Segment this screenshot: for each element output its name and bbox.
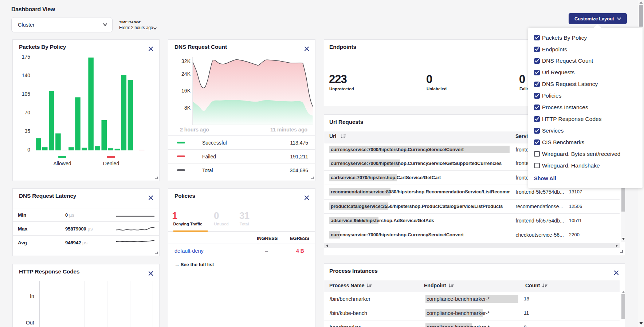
svg-text:2 hours ago: 2 hours ago — [180, 127, 209, 133]
svg-text:Allowed: Allowed — [53, 161, 71, 166]
svg-text:Denied: Denied — [103, 161, 119, 166]
svg-text:0: 0 — [27, 147, 30, 153]
svg-text:11 minutes ago: 11 minutes ago — [270, 127, 307, 133]
svg-text:32K: 32K — [181, 58, 191, 64]
svg-text:16K: 16K — [181, 88, 191, 94]
svg-text:35: 35 — [24, 128, 30, 134]
svg-text:8K: 8K — [184, 105, 191, 111]
svg-text:70: 70 — [24, 110, 30, 115]
svg-text:105: 105 — [22, 91, 31, 97]
svg-text:175: 175 — [22, 54, 31, 60]
svg-text:24K: 24K — [181, 71, 191, 77]
svg-text:140: 140 — [22, 72, 31, 78]
